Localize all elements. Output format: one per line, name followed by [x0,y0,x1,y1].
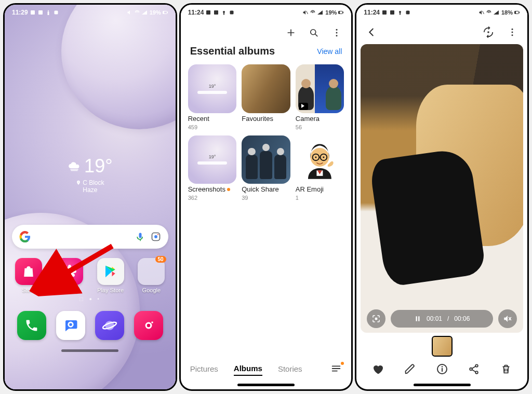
album-thumb [296,64,344,113]
view-all-link[interactable]: View all [317,47,342,56]
messages-icon [63,318,78,333]
svg-point-50 [399,11,401,13]
status-time: 11:24 [364,9,380,16]
more-button[interactable] [506,25,519,39]
svg-rect-56 [519,12,520,13]
gesture-bar[interactable] [61,349,118,352]
edit-button[interactable] [403,362,417,376]
weather-widget[interactable]: 19° C Block Haze [5,155,176,194]
favourite-button[interactable] [370,362,385,376]
trash-icon [500,363,512,375]
dock-camera[interactable] [134,311,163,340]
svg-rect-26 [206,10,210,15]
album-count: 362 [188,195,237,201]
kebab-icon [507,27,517,37]
camera-icon [142,319,155,332]
shopping-bag-icon [21,264,36,279]
album-name: Favourites [242,115,290,123]
back-button[interactable] [365,25,378,39]
notification-dot-icon [341,362,344,365]
album-camera[interactable]: Camera 56 [296,64,344,130]
album-thumb: 19° [188,64,237,113]
svg-line-37 [315,34,317,36]
tab-pictures[interactable]: Pictures [190,364,218,375]
album-screenshots[interactable]: 19° Screenshots 362 [188,135,237,201]
album-count: 39 [242,195,290,201]
mute-button[interactable] [498,309,517,328]
album-thumb: 19° [188,135,237,184]
album-favourites[interactable]: Favourites [242,64,290,130]
pencil-icon [404,363,416,375]
add-button[interactable] [286,28,296,38]
folder-badge: 50 [155,256,166,263]
svg-point-60 [512,32,513,33]
album-thumb [242,135,290,184]
svg-point-40 [336,35,338,36]
kebab-icon [331,28,342,38]
status-time: 11:24 [188,9,204,16]
svg-rect-68 [442,368,443,372]
svg-point-39 [336,32,338,34]
svg-rect-25 [151,321,153,323]
search-button[interactable] [309,28,319,38]
dock-phone[interactable] [17,311,46,340]
google-logo-icon [19,231,31,242]
heart-icon [371,363,384,375]
share-button[interactable] [467,362,481,376]
avatar-icon [300,140,339,179]
svg-point-61 [512,34,513,36]
video-viewer-screenshot: 11:24 18% [355,3,529,391]
svg-point-8 [154,235,157,238]
app-label: Play Store [97,287,124,293]
chevron-left-icon [366,26,377,38]
svg-rect-29 [223,13,224,15]
weather-temp: 19° [84,155,112,177]
planet-icon [102,318,117,333]
svg-rect-64 [418,316,419,321]
capture-frame-button[interactable] [367,309,385,328]
svg-point-32 [313,12,314,13]
svg-line-53 [482,11,484,14]
elapsed-time: 00:01 [427,315,442,322]
album-recent[interactable]: 19° Recent 459 [188,64,237,130]
phone-icon [24,318,39,333]
gesture-bar[interactable] [414,384,471,386]
svg-rect-27 [214,10,218,15]
tabs-menu-button[interactable] [330,363,342,376]
search-icon [309,28,319,38]
more-button[interactable] [331,28,342,38]
tab-albums[interactable]: Albums [234,364,262,376]
svg-rect-57 [515,11,516,13]
video-player[interactable]: 00:01 / 00:06 [361,44,523,333]
svg-line-31 [307,11,308,14]
pause-icon [414,315,421,322]
album-quick-share[interactable]: Quick Share 39 [242,135,290,201]
remaster-button[interactable] [482,25,495,39]
app-label: Google [142,287,161,293]
gesture-bar[interactable] [237,384,295,386]
lens-icon[interactable] [151,232,161,242]
svg-point-54 [488,12,489,13]
mute-icon [503,314,512,323]
battery-percent: 18% [501,9,513,16]
svg-rect-30 [230,11,234,15]
folder-google[interactable]: 50 Google [132,258,170,293]
svg-point-46 [315,156,317,158]
location-pin-icon [76,180,81,185]
svg-point-38 [336,29,338,31]
svg-point-20 [69,323,72,326]
tab-stories[interactable]: Stories [278,364,302,375]
plus-icon [286,28,296,38]
weather-location: C Block [83,179,104,186]
info-button[interactable] [435,362,449,376]
frame-strip[interactable] [356,333,527,358]
svg-point-24 [147,324,151,328]
cloud-icon [68,159,81,173]
delete-button[interactable] [499,362,513,376]
dock [5,302,176,349]
album-ar-emoji[interactable]: AR Emoji 1 [296,135,344,201]
dock-browser[interactable] [95,311,124,340]
svg-rect-5 [163,11,164,13]
mic-icon[interactable] [135,232,145,242]
playback-pill[interactable]: 00:01 / 00:06 [391,310,493,328]
